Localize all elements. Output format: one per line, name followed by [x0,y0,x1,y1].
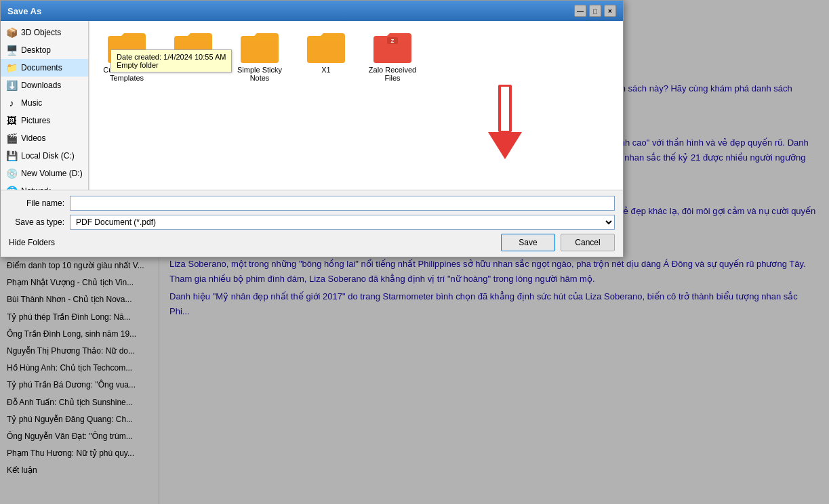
filetype-row: Save as type: PDF Document (*.pdf) [9,215,615,230]
pictures-icon: 🖼 [6,115,17,126]
filetype-select[interactable]: PDF Document (*.pdf) [70,215,615,230]
close-button[interactable]: × [604,5,616,17]
form-buttons: Hide Folders Save Cancel [9,234,615,251]
file-item-x1[interactable]: X1 [296,28,357,85]
svg-marker-4 [488,132,522,159]
maximize-button[interactable]: □ [589,5,601,17]
sidebar-label-desktop: Desktop [21,45,51,55]
cancel-button[interactable]: Cancel [561,234,615,251]
sidebar-label-pictures: Pictures [21,116,50,125]
sidebar-label-local-disk: Local Disk (C:) [21,151,75,161]
save-dialog: Save As — □ × 📦3D Objects🖥️Desktop📁Docum… [0,0,624,257]
desktop-icon: 🖥️ [6,45,17,56]
folder-icon-zalo-received: Z [372,30,413,64]
file-item-simple-sticky[interactable]: Simple Sticky Notes [229,28,290,85]
sidebar-label-videos: Videos [21,133,45,143]
music-icon: ♪ [6,98,17,108]
arrow-indicator [485,81,525,165]
sidebar-label-music: Music [21,98,42,108]
sidebar-label-downloads: Downloads [21,81,61,90]
folder-icon-x1 [306,30,346,64]
file-label-zalo-received: Zalo Received Files [365,66,420,82]
file-area: Custom Office Templates Downloads Simple… [89,21,623,190]
svg-rect-5 [501,87,509,131]
tooltip: Date created: 1/4/2024 10:55 AM Empty fo… [110,49,232,72]
dialog-form: File name: Save as type: PDF Document (*… [1,190,623,257]
sidebar-item-desktop[interactable]: 🖥️Desktop [1,41,88,59]
sidebar-item-network[interactable]: 🌐Network [1,182,88,190]
dialog-titlebar: Save As — □ × [1,1,623,21]
sidebar-item-new-volume[interactable]: 💿New Volume (D:) [1,165,88,182]
tooltip-line2: Empty folder [117,61,226,69]
sidebar-item-local-disk[interactable]: 💾Local Disk (C:) [1,147,88,165]
dialog-body: 📦3D Objects🖥️Desktop📁Documents⬇️Download… [1,21,623,190]
minimize-button[interactable]: — [574,5,586,17]
sidebar-item-3d-objects[interactable]: 📦3D Objects [1,24,88,41]
downloads-icon: ⬇️ [6,80,17,91]
filetype-label: Save as type: [9,217,70,227]
folder-icon-simple-sticky [239,30,280,64]
svg-text:Z: Z [391,38,395,44]
save-button[interactable]: Save [501,234,555,251]
sidebar-item-downloads[interactable]: ⬇️Downloads [1,77,88,94]
3d-objects-icon: 📦 [6,27,17,38]
nav-sidebar: 📦3D Objects🖥️Desktop📁Documents⬇️Download… [1,21,89,190]
local-disk-icon: 💾 [6,150,17,161]
hide-folders-link[interactable]: Hide Folders [9,238,55,247]
titlebar-controls: — □ × [574,5,616,17]
videos-icon: 🎬 [6,133,17,144]
filename-row: File name: [9,196,615,211]
file-item-zalo-received[interactable]: Z Zalo Received Files [362,28,423,85]
tooltip-line1: Date created: 1/4/2024 10:55 AM [117,53,226,61]
new-volume-icon: 💿 [6,168,17,179]
sidebar-label-documents: Documents [21,63,62,72]
filename-label: File name: [9,198,70,208]
file-grid: Custom Office Templates Downloads Simple… [89,21,623,190]
filename-input[interactable] [70,196,615,211]
file-label-x1: X1 [321,66,330,74]
file-label-simple-sticky: Simple Sticky Notes [232,66,287,82]
sidebar-label-new-volume: New Volume (D:) [21,169,83,178]
documents-icon: 📁 [6,62,17,73]
dialog-title: Save As [7,6,41,16]
sidebar-label-3d-objects: 3D Objects [21,28,61,37]
sidebar-item-music[interactable]: ♪Music [1,94,88,112]
sidebar-item-pictures[interactable]: 🖼Pictures [1,112,88,129]
sidebar-item-videos[interactable]: 🎬Videos [1,129,88,147]
sidebar-item-documents[interactable]: 📁Documents [1,59,88,77]
